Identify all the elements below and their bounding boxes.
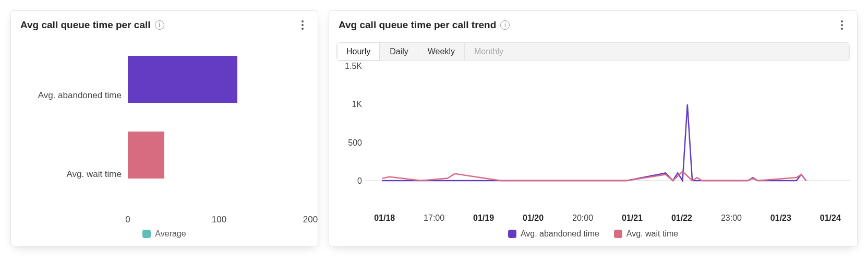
legend-label: Average	[155, 229, 186, 239]
y-tick: 1.5K	[345, 62, 362, 71]
more-menu-button[interactable]	[297, 18, 308, 32]
x-tick: 01/19	[473, 213, 494, 223]
card-title: Avg call queue time per call trend	[339, 19, 496, 31]
granularity-segmented-control: HourlyDailyWeeklyMonthly	[336, 42, 850, 61]
x-axis: 01/1817:0001/1901/2020:0001/2101/2223:00…	[365, 211, 850, 226]
x-tick: 01/23	[770, 213, 791, 223]
segment-hourly[interactable]: Hourly	[337, 43, 380, 61]
x-tick: 01/22	[671, 213, 692, 223]
legend-item: Avg. wait time	[614, 229, 678, 239]
legend-label: Avg. wait time	[626, 229, 678, 239]
card-avg-queue-time: Avg call queue time per call i Avg. aban…	[10, 10, 318, 246]
x-tick: 01/20	[523, 213, 544, 223]
x-tick: 17:00	[424, 213, 444, 223]
y-tick: 500	[348, 138, 362, 148]
x-tick: 23:00	[721, 213, 742, 223]
legend-label: Avg. abandoned time	[521, 229, 599, 239]
y-axis: 1.5K1K5000	[336, 63, 365, 211]
bar-chart: Avg. abandoned time Avg. wait time 01002…	[18, 39, 310, 241]
legend: Average	[18, 229, 310, 241]
x-tick: 0	[125, 215, 130, 225]
bar-label: Avg. wait time	[18, 169, 128, 180]
segment-daily[interactable]: Daily	[380, 43, 418, 61]
card-header: Avg call queue time per call trend i	[329, 11, 857, 35]
x-tick: 20:00	[572, 213, 593, 223]
legend-item: Avg. abandoned time	[508, 229, 599, 239]
more-menu-button[interactable]	[836, 18, 848, 32]
segment-weekly[interactable]: Weekly	[418, 43, 465, 61]
card-title: Avg call queue time per call	[20, 19, 151, 31]
series-line	[382, 104, 806, 181]
card-avg-queue-time-trend: Avg call queue time per call trend i Hou…	[329, 10, 858, 246]
bar-label: Avg. abandoned time	[18, 90, 128, 101]
x-tick: 01/21	[622, 213, 643, 223]
legend-swatch	[614, 230, 622, 238]
x-tick: 01/18	[374, 213, 395, 223]
bar	[128, 132, 164, 179]
info-icon[interactable]: i	[500, 20, 510, 30]
y-tick: 1K	[352, 100, 362, 109]
segment-monthly: Monthly	[465, 43, 513, 61]
x-tick: 01/24	[820, 213, 841, 223]
y-tick: 0	[357, 176, 362, 186]
x-tick: 100	[212, 215, 226, 225]
line-chart-plot	[365, 66, 850, 181]
card-header: Avg call queue time per call i	[11, 11, 318, 35]
legend-swatch	[508, 230, 516, 238]
bar	[128, 56, 237, 103]
legend: Avg. abandoned timeAvg. wait time	[336, 226, 850, 241]
x-tick: 200	[303, 215, 318, 225]
info-icon[interactable]: i	[155, 20, 164, 30]
series-line	[382, 171, 806, 181]
legend-swatch	[142, 230, 151, 238]
